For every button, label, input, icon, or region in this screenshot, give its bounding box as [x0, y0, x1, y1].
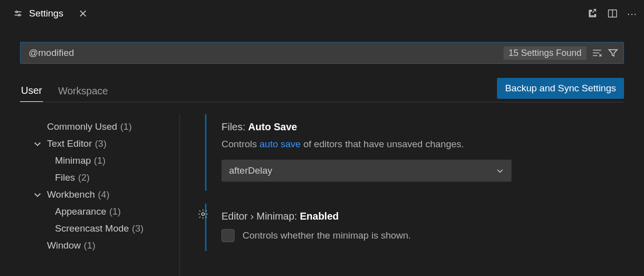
backup-sync-button[interactable]: Backup and Sync Settings [497, 78, 624, 99]
toc-count: (1) [94, 155, 106, 166]
toc-label: Text Editor [47, 138, 92, 149]
toc-count: (3) [95, 138, 106, 149]
clear-search-icon[interactable] [592, 47, 602, 58]
filter-icon[interactable] [608, 47, 618, 58]
settings-toc: Commonly Used (1) Text Editor (3) Minima… [20, 114, 180, 276]
toc-count: (3) [132, 223, 144, 234]
editor-titlebar: Settings ··· [0, 0, 644, 27]
settings-sliders-icon [13, 8, 23, 18]
setting-editor-minimap-enabled: Editor › Minimap: Enabled Controls wheth… [205, 204, 624, 251]
setting-files-auto-save: Files: Auto Save Controls auto save of e… [205, 114, 624, 191]
auto-save-link[interactable]: auto save [260, 139, 300, 149]
toc-label: Screencast Mode [55, 223, 129, 234]
results-count-badge: 15 Settings Found [504, 46, 586, 60]
settings-list: Files: Auto Save Controls auto save of e… [180, 114, 624, 276]
toc-label: Window [47, 240, 81, 251]
more-actions-icon[interactable]: ··· [627, 8, 637, 19]
settings-search: 15 Settings Found [20, 42, 624, 64]
setting-title: Editor › Minimap: Enabled [222, 211, 624, 222]
auto-save-select[interactable]: afterDelay [222, 160, 512, 182]
toc-files[interactable]: Files (2) [20, 169, 174, 186]
svg-point-3 [18, 14, 20, 16]
split-editor-icon[interactable] [607, 8, 618, 19]
tab-title: Settings [29, 8, 64, 19]
minimap-enabled-checkbox[interactable] [222, 229, 234, 242]
setting-description: Controls auto save of editors that have … [222, 139, 624, 150]
toc-count: (4) [98, 189, 110, 200]
toc-window[interactable]: Window (1) [20, 237, 174, 254]
toc-label: Workbench [47, 189, 95, 200]
search-input[interactable] [28, 47, 504, 58]
setting-title: Files: Auto Save [222, 121, 624, 133]
toc-count: (2) [78, 172, 90, 183]
settings-tab[interactable]: Settings [7, 0, 94, 27]
svg-point-1 [16, 11, 18, 12]
select-value: afterDelay [229, 165, 272, 176]
svg-point-13 [202, 213, 204, 216]
toc-minimap[interactable]: Minimap (1) [20, 152, 174, 169]
titlebar-actions: ··· [587, 8, 637, 19]
toc-count: (1) [84, 240, 96, 251]
toc-workbench[interactable]: Workbench (4) [20, 186, 174, 203]
tab-workspace[interactable]: Workspace [57, 85, 109, 102]
toc-commonly-used[interactable]: Commonly Used (1) [20, 118, 174, 135]
chevron-down-icon [33, 139, 42, 148]
chevron-down-icon [496, 167, 504, 175]
toc-label: Commonly Used [47, 121, 117, 132]
toc-count: (1) [109, 206, 120, 217]
gear-icon[interactable] [198, 209, 208, 220]
toc-screencast-mode[interactable]: Screencast Mode (3) [20, 220, 174, 237]
toc-label: Minimap [55, 155, 91, 166]
open-file-icon[interactable] [587, 8, 598, 19]
scope-tabs: User Workspace Backup and Sync Settings [20, 78, 624, 102]
close-icon[interactable] [78, 9, 88, 18]
chevron-down-icon [33, 190, 42, 199]
tab-user[interactable]: User [20, 85, 43, 102]
toc-text-editor[interactable]: Text Editor (3) [20, 135, 174, 152]
toc-label: Files [55, 172, 75, 183]
toc-count: (1) [120, 121, 132, 132]
toc-appearance[interactable]: Appearance (1) [20, 203, 174, 220]
setting-description: Controls whether the minimap is shown. [242, 230, 411, 241]
toc-label: Appearance [55, 206, 106, 217]
